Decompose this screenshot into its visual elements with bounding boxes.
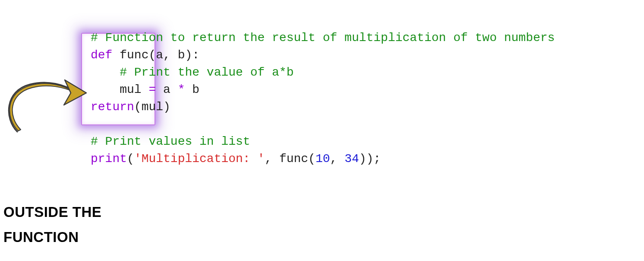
code-func-call: , func( (265, 152, 316, 166)
code-open-paren: ( (127, 152, 134, 166)
code-comma: , (330, 152, 345, 166)
code-block: # Function to return the result of multi… (91, 29, 555, 168)
code-comment-1: # Function to return the result of multi… (91, 31, 555, 45)
code-comment-3: # Print values in list (91, 135, 250, 148)
code-star-op: * (178, 83, 185, 96)
code-def-signature: func(a, b): (112, 48, 199, 62)
code-mul-a: a (156, 83, 177, 96)
code-comment-2: # Print the value of a*b (91, 66, 294, 79)
caption-line-2: FUNCTION (3, 225, 101, 250)
code-number-10: 10 (316, 152, 330, 166)
code-return-arg: (mul) (134, 100, 170, 114)
code-string-literal: 'Multiplication: ' (134, 152, 265, 166)
code-mul-lhs: mul (91, 83, 148, 96)
code-print-keyword: print (91, 152, 127, 166)
code-number-34: 34 (344, 152, 359, 166)
code-mul-b: b (185, 83, 199, 96)
code-assign-op: = (148, 83, 156, 96)
code-close: )); (359, 152, 381, 166)
code-def-keyword: def (91, 48, 112, 62)
code-return-keyword: return (91, 100, 134, 114)
caption-outside-function: OUTSIDE THE FUNCTION (3, 200, 101, 250)
curved-arrow-icon (0, 67, 91, 140)
caption-line-1: OUTSIDE THE (3, 200, 101, 225)
